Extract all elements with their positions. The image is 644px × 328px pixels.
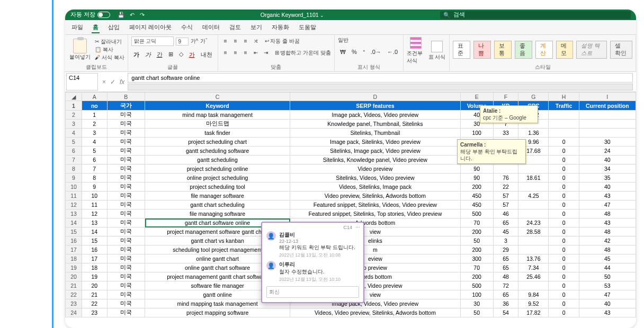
- cell[interactable]: 76: [493, 174, 518, 183]
- cell[interactable]: 200: [460, 183, 493, 192]
- cell[interactable]: [493, 165, 518, 174]
- style-good[interactable]: 좋음: [515, 41, 532, 59]
- cell[interactable]: [579, 120, 636, 129]
- cell[interactable]: 65: [493, 263, 518, 272]
- col-E[interactable]: E: [460, 93, 493, 101]
- header-cell[interactable]: Keyword: [145, 101, 290, 111]
- style-bad[interactable]: 나쁨: [473, 41, 491, 59]
- cell[interactable]: 22: [82, 299, 107, 308]
- search-box[interactable]: 🔍 검색: [440, 11, 631, 19]
- cell[interactable]: 0: [549, 245, 579, 254]
- header-cell[interactable]: no: [82, 101, 107, 111]
- worksheet[interactable]: ◢ A B C D E F G H I 1no국가KeywordSERP fea…: [65, 92, 636, 328]
- cell[interactable]: 45: [493, 227, 518, 236]
- row-header[interactable]: 17: [66, 245, 82, 254]
- cell[interactable]: Sitelinks, Image pack, Video preview: [290, 147, 461, 156]
- cell[interactable]: 13: [82, 218, 107, 227]
- cell[interactable]: 7.34: [518, 263, 549, 272]
- decrease-font-icon[interactable]: 가ˇ: [200, 38, 207, 45]
- cell[interactable]: 15: [82, 236, 107, 245]
- align-left-icon[interactable]: ≡: [221, 49, 230, 57]
- cell[interactable]: gantt chart scheduling: [145, 201, 290, 209]
- cell[interactable]: 1: [82, 111, 107, 120]
- cell[interactable]: 0: [549, 281, 579, 290]
- cell[interactable]: 11: [82, 201, 107, 209]
- cell[interactable]: 미국: [107, 263, 145, 272]
- col-G[interactable]: G: [518, 93, 549, 101]
- phonetic-button[interactable]: 내천: [199, 50, 214, 59]
- style-calc[interactable]: 계산: [535, 41, 553, 59]
- cell[interactable]: 9.52: [518, 299, 549, 308]
- row-header[interactable]: 9: [66, 174, 82, 183]
- cell[interactable]: project scheduling online: [145, 165, 290, 174]
- align-bot-icon[interactable]: ≡: [241, 38, 250, 45]
- col-A[interactable]: A: [82, 93, 107, 101]
- cell[interactable]: 42: [579, 236, 636, 245]
- cell[interactable]: 50: [460, 308, 493, 317]
- cell[interactable]: 28.58: [518, 227, 549, 236]
- row-header[interactable]: 22: [66, 290, 82, 299]
- cell[interactable]: 7: [82, 165, 107, 174]
- cell[interactable]: 미국: [107, 147, 145, 156]
- cell[interactable]: 3: [82, 129, 107, 138]
- style-check[interactable]: 셀 확인: [610, 41, 632, 59]
- inc-decimal-button[interactable]: .0→: [369, 48, 383, 56]
- tab-view[interactable]: 보기: [249, 22, 263, 33]
- cell[interactable]: 13.76: [518, 254, 549, 263]
- cell[interactable]: 미국: [107, 111, 145, 120]
- cell[interactable]: [518, 245, 549, 254]
- row-header[interactable]: 5: [66, 138, 82, 147]
- cell[interactable]: [518, 165, 549, 174]
- underline-button[interactable]: 간: [155, 50, 165, 59]
- cell[interactable]: 16: [82, 245, 107, 254]
- cell[interactable]: Videos, Sitelinks, Image pack: [290, 183, 461, 192]
- formula-input-expanded[interactable]: [128, 84, 633, 90]
- cell[interactable]: 9.84: [518, 290, 549, 299]
- cut-button[interactable]: 잘라내기: [95, 38, 124, 45]
- fx-cancel-icon[interactable]: ×: [102, 78, 106, 86]
- cell[interactable]: 43: [579, 308, 636, 317]
- cell[interactable]: 미국: [107, 227, 145, 236]
- row-header[interactable]: 10: [66, 183, 82, 192]
- header-cell[interactable]: Traffic: [549, 101, 579, 111]
- cell[interactable]: 미국: [107, 281, 145, 290]
- font-family-select[interactable]: 맑은 고딕: [131, 37, 174, 46]
- cell[interactable]: 0: [549, 272, 579, 281]
- cell[interactable]: 43: [579, 192, 636, 201]
- cell[interactable]: 미국: [107, 209, 145, 218]
- row-header[interactable]: 8: [66, 165, 82, 174]
- tab-layout[interactable]: 페이지 레이아웃: [128, 22, 173, 33]
- cell[interactable]: 5: [82, 147, 107, 156]
- cell[interactable]: 43: [579, 218, 636, 227]
- cell[interactable]: 50: [460, 236, 493, 245]
- cell[interactable]: 48: [493, 272, 518, 281]
- fx-enter-icon[interactable]: ✓: [110, 78, 115, 86]
- row-header[interactable]: 14: [66, 218, 82, 227]
- cell[interactable]: 24: [579, 147, 636, 156]
- cell[interactable]: 24.23: [518, 218, 549, 227]
- row-header[interactable]: 6: [66, 147, 82, 156]
- cell[interactable]: 미국: [107, 156, 145, 165]
- cell[interactable]: 450: [460, 192, 493, 201]
- cell[interactable]: 20: [82, 281, 107, 290]
- cell[interactable]: 90: [460, 174, 493, 183]
- cell[interactable]: 45: [579, 254, 636, 263]
- cell[interactable]: 200: [460, 227, 493, 236]
- cell[interactable]: 65: [493, 290, 518, 299]
- percent-button[interactable]: %: [350, 48, 359, 56]
- cell[interactable]: 미국: [107, 138, 145, 147]
- currency-button[interactable]: ₩: [338, 48, 348, 56]
- cell[interactable]: 0: [549, 201, 579, 209]
- wrap-text-button[interactable]: ↩ 자동 줄 바꿈: [265, 38, 300, 45]
- format-as-table-button[interactable]: 표 서식: [428, 41, 446, 61]
- fx-icon[interactable]: fx: [120, 78, 124, 86]
- cell[interactable]: 0: [549, 236, 579, 245]
- row-header[interactable]: 24: [66, 308, 82, 317]
- indent-dec-icon[interactable]: ⇤: [252, 49, 260, 57]
- cell[interactable]: Video preview, Sitelinks, Adwords bottom: [290, 192, 461, 201]
- cell[interactable]: 300: [460, 254, 493, 263]
- italic-button[interactable]: 가: [143, 50, 153, 59]
- select-all-triangle[interactable]: ◢: [66, 93, 82, 101]
- cell[interactable]: 0: [549, 156, 579, 165]
- cell[interactable]: 70: [460, 218, 493, 227]
